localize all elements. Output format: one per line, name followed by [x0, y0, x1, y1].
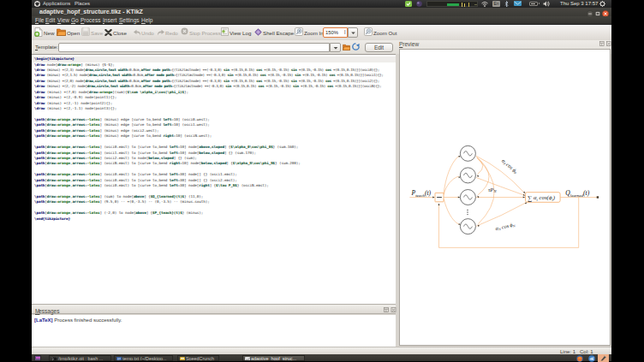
svg-text:∑: ∑ — [528, 194, 532, 202]
svg-text:αi cos(ϕi): αi cos(ϕi) — [534, 194, 556, 201]
svg-text:τPN: τPN — [488, 187, 497, 193]
svg-text:Pteach(t): Pteach(t) — [411, 189, 432, 198]
svg-text:Qlearned(t): Qlearned(t) — [565, 189, 589, 198]
svg-text:αN cos ϕN: αN cos ϕN — [495, 221, 516, 232]
svg-text:α0 cos ϕ0: α0 cos ϕ0 — [500, 157, 519, 175]
